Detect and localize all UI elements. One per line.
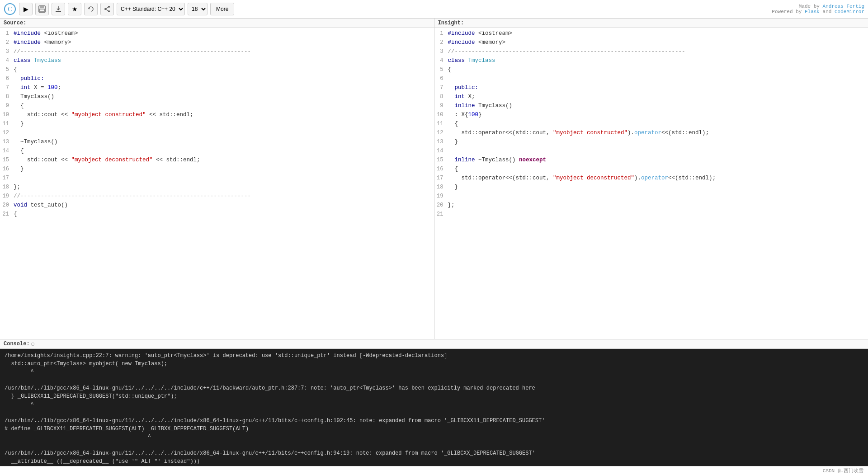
console-content[interactable]: /home/insights/insights.cpp:22:7: warnin… [0,349,868,466]
svg-point-8 [104,8,106,10]
insight-line-21: 21 [434,210,868,219]
insight-line-17: 17 std::operator<<(std::cout, "myobject … [434,174,868,183]
insight-line-8: 8 int X; [434,92,868,101]
insight-header: Insight: [434,19,868,28]
svg-rect-4 [40,9,44,12]
insight-line-13: 13 } [434,137,868,146]
share-button[interactable] [100,3,114,15]
source-line-19: 19 //-----------------------------------… [0,192,434,201]
insight-line-15: 15 inline ~Tmyclass() noexcept [434,155,868,165]
credit-line1: Made by Andreas Fertig [772,4,864,9]
codemirror-link[interactable]: CodeMirror [835,9,864,14]
source-line-15: 15 std::cout << "myobject deconstructed"… [0,155,434,165]
version-select[interactable]: 18 17 16 [188,5,207,13]
source-line-20: 20 void test_auto() [0,201,434,210]
more-button[interactable]: More [210,3,234,15]
insight-code-area[interactable]: 1 #include <iostream> 2 #include <memory… [434,28,868,339]
insight-line-19: 19 [434,192,868,201]
svg-point-6 [108,6,110,8]
source-line-6: 6 public: [0,74,434,83]
source-line-1: 1 #include <iostream> [0,29,434,38]
source-line-8: 8 Tmyclass() [0,92,434,101]
source-code-area[interactable]: 1 #include <iostream> 2 #include <memory… [0,28,434,339]
main-area: Source: 1 #include <iostream> 2 #include… [0,19,868,475]
console-area: Console: ▢ /home/insights/insights.cpp:2… [0,339,868,475]
download-button[interactable] [52,3,65,15]
source-line-12: 12 [0,128,434,137]
insight-line-12: 12 std::operator<<(std::cout, "myobject … [434,128,868,137]
source-line-3: 3 //------------------------------------… [0,47,434,56]
watermark: CSDN @-西门吹雪 [823,467,863,474]
source-line-9: 9 { [0,101,434,110]
insight-line-11: 11 { [434,119,868,128]
credit-line2: Powered by Flask and CodeMirror [772,9,864,14]
console-footer: CSDN @-西门吹雪 [0,466,868,475]
source-line-4: 4 class Tmyclass [0,56,434,65]
run-button[interactable]: ▶ [19,3,33,15]
source-pane: Source: 1 #include <iostream> 2 #include… [0,19,434,339]
console-icon: ▢ [32,341,34,347]
editors: Source: 1 #include <iostream> 2 #include… [0,19,868,339]
toolbar: C ▶ ★ C++ Standard: C++ 2 [0,0,868,19]
insight-pane: Insight: 1 #include <iostream> 2 #includ… [434,19,868,339]
console-title: Console: [4,341,30,347]
svg-rect-3 [40,6,44,8]
source-header: Source: [0,19,434,28]
insight-line-7: 7 public: [434,83,868,92]
source-line-11: 11 } [0,119,434,128]
svg-line-9 [106,7,108,9]
save-button[interactable] [35,3,49,15]
source-line-17: 17 [0,174,434,183]
insight-line-5: 5 { [434,65,868,74]
insight-line-18: 18 } [434,183,868,192]
insight-line-2: 2 #include <memory> [434,38,868,47]
insight-line-14: 14 [434,146,868,155]
bookmark-button[interactable]: ★ [68,3,81,15]
insight-line-16: 16 { [434,165,868,174]
source-line-5: 5 { [0,65,434,74]
cpp-standard-select[interactable]: C++ Standard: C++ 20 C++ Standard: C++ 1… [117,5,184,13]
console-header: Console: ▢ [0,339,868,349]
insight-line-3: 3 //------------------------------------… [434,47,868,56]
app-logo: C [4,3,16,15]
source-line-16: 16 } [0,165,434,174]
source-line-14: 14 { [0,146,434,155]
flask-link[interactable]: Flask [805,9,820,14]
insight-line-4: 4 class Tmyclass [434,56,868,65]
insight-line-9: 9 inline Tmyclass() [434,101,868,110]
source-line-13: 13 ~Tmyclass() [0,137,434,146]
source-line-2: 2 #include <memory> [0,38,434,47]
svg-point-7 [108,10,110,12]
svg-text:C: C [8,6,12,13]
source-line-21: 21 { [0,210,434,219]
source-line-10: 10 std::cout << "myobject constructed" <… [0,110,434,119]
cpp-standard-select-group[interactable]: C++ Standard: C++ 20 C++ Standard: C++ 1… [117,3,185,15]
svg-line-10 [106,9,108,11]
credit: Made by Andreas Fertig Powered by Flask … [772,4,864,14]
source-line-7: 7 int X = 100; [0,83,434,92]
author-link[interactable]: Andreas Fertig [823,4,864,9]
source-line-18: 18 }; [0,183,434,192]
insight-line-10: 10 : X{100} [434,110,868,119]
insight-line-6: 6 [434,74,868,83]
insight-line-20: 20 }; [434,201,868,210]
reset-button[interactable] [84,3,98,15]
version-select-group[interactable]: 18 17 16 [188,3,208,15]
insight-line-1: 1 #include <iostream> [434,29,868,38]
